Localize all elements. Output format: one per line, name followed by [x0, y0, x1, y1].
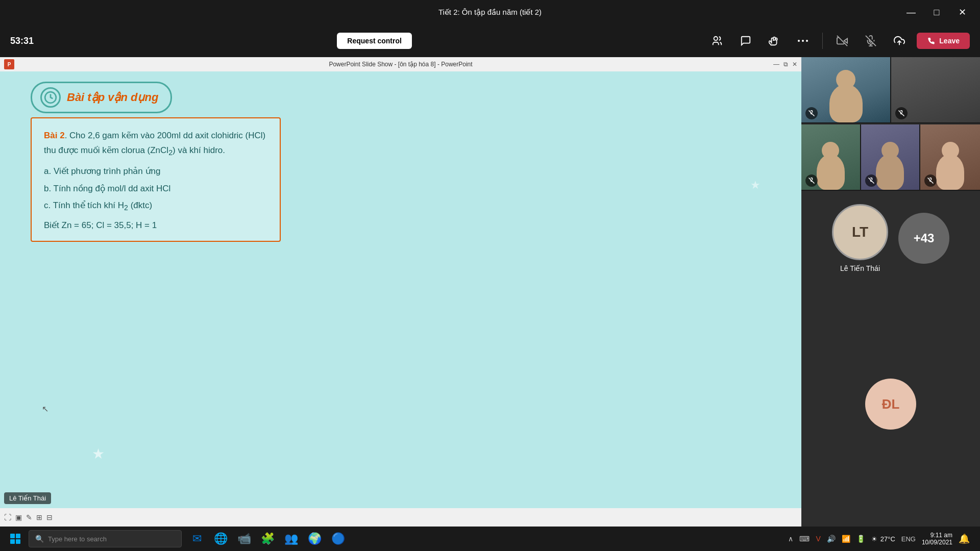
tray-volume-icon[interactable]: 📶 [842, 535, 850, 543]
svg-line-15 [928, 178, 934, 184]
participant-video-5 [920, 124, 980, 190]
participant-video-1 [801, 57, 891, 122]
tray-chevron-icon[interactable]: ∧ [788, 535, 793, 543]
taskbar-date: 10/09/2021 [922, 539, 952, 546]
windows-logo [10, 534, 20, 544]
clock-info: 9:11 am 10/09/2021 [922, 532, 952, 546]
svg-point-3 [806, 40, 808, 42]
given-values: Biết Zn = 65; Cl = 35,5; H = 1 [44, 220, 267, 231]
svg-line-13 [809, 178, 815, 184]
tray-battery-icon[interactable]: 🔋 [856, 535, 865, 543]
window-controls: — □ ✕ [903, 5, 970, 20]
chat-icon[interactable] [737, 32, 755, 50]
mic-muted-icon[interactable] [862, 32, 880, 50]
search-placeholder: Type here to search [48, 535, 107, 543]
maximize-button[interactable]: □ [929, 5, 944, 20]
problem-questions: a. Viết phương trình phản ứng b. Tính nồ… [44, 165, 267, 214]
close-button[interactable]: ✕ [954, 5, 970, 20]
taskbar: 🔍 Type here to search ✉ 🌐 📹 🧩 👥 🌍 🔵 ∧ ⌨ … [0, 527, 980, 551]
slide-close-btn[interactable]: ✕ [792, 61, 797, 68]
share-screen-icon[interactable] [890, 32, 909, 50]
taskbar-edge-app[interactable]: 🌐 [209, 528, 232, 550]
count-extra: +43 [914, 231, 935, 245]
avatar-row-main: LT Lê Tiến Thái +43 [801, 192, 980, 281]
participants-panel: LT Lê Tiến Thái +43 ĐL [801, 57, 980, 527]
mute-indicator-3 [805, 174, 818, 187]
participants-icon[interactable] [708, 32, 726, 50]
leave-label: Leave [939, 37, 960, 45]
mute-indicator-2 [895, 107, 908, 119]
question-c: c. Tính thể tích khí H2 (đktc) [44, 199, 267, 214]
svg-marker-5 [844, 38, 847, 43]
count-avatar: +43 [898, 213, 949, 264]
slideshow-icon-4[interactable]: ⊞ [36, 513, 42, 521]
exercise-badge: Bài tập vận dụng [31, 82, 172, 113]
cursor-indicator: ↖ [42, 404, 48, 414]
leave-button[interactable]: Leave [917, 33, 970, 49]
question-b: b. Tính nồng độ mol/l dd axit HCl [44, 182, 267, 195]
minimize-button[interactable]: — [903, 5, 919, 20]
participant-video-2 [891, 57, 980, 122]
slideshow-icon-2[interactable]: ▣ [15, 513, 22, 521]
slide-bottom-bar: ⛶ ▣ ✎ ⊞ ⊟ [0, 508, 801, 527]
video-top-row [801, 57, 980, 123]
more-options-icon[interactable] [794, 32, 812, 50]
slide-area: P PowerPoint Slide Show - [ôn tập hóa 8]… [0, 57, 801, 527]
raise-hand-icon[interactable] [765, 32, 783, 50]
slide-title-text: PowerPoint Slide Show - [ôn tập hóa 8] -… [329, 61, 472, 68]
search-bar[interactable]: 🔍 Type here to search [29, 530, 182, 547]
slide-restore-btn[interactable]: ⧉ [783, 61, 788, 68]
tray-v-icon[interactable]: V [816, 535, 820, 543]
dl-avatar: ĐL [865, 379, 916, 430]
problem-text: Bài 2. Cho 2,6 gam kẽm vào 200ml dd axit… [44, 129, 267, 159]
powerpoint-icon: P [4, 59, 14, 69]
svg-point-1 [798, 40, 800, 42]
main-content: P PowerPoint Slide Show - [ôn tập hóa 8]… [0, 57, 980, 527]
language-indicator[interactable]: ENG [901, 535, 916, 543]
window-title: Tiết 2: Ôn tập đầu năm (tiết 2) [438, 8, 542, 17]
count-avatar-col: +43 [898, 213, 949, 264]
clock-icon [40, 87, 61, 108]
tray-network-icon[interactable]: 🔊 [827, 535, 836, 543]
svg-line-11 [809, 111, 815, 116]
video-bottom-row [801, 124, 980, 191]
taskbar-teams-app[interactable]: 👥 [280, 528, 302, 550]
taskbar-chrome-app-1[interactable]: 🌍 [303, 528, 326, 550]
camera-muted-icon[interactable] [833, 32, 851, 50]
star-decoration-2: ★ [750, 179, 761, 192]
presenter-label: Lê Tiến Thái [4, 492, 51, 504]
title-bar: Tiết 2: Ôn tập đầu năm (tiết 2) — □ ✕ [0, 0, 980, 24]
svg-line-12 [899, 111, 904, 116]
dl-initials: ĐL [882, 396, 900, 412]
participant-video-3 [801, 124, 861, 190]
weather-icon: ☀ [871, 535, 877, 543]
star-decoration-1: ★ [92, 445, 105, 462]
start-button[interactable] [4, 528, 27, 550]
slide-content: Bài tập vận dụng Bài 2. Cho 2,6 gam kẽm … [0, 71, 801, 508]
slideshow-icon-1[interactable]: ⛶ [4, 513, 11, 521]
slideshow-icon-3[interactable]: ✎ [26, 513, 32, 521]
taskbar-apps: ✉ 🌐 📹 🧩 👥 🌍 🔵 [186, 528, 349, 550]
lt-initials: LT [852, 224, 868, 240]
request-control-button[interactable]: Request control [337, 33, 412, 49]
timer-display: 53:31 [10, 36, 41, 46]
teams-toolbar: 53:31 Request control [0, 24, 980, 57]
svg-point-2 [802, 40, 804, 42]
tray-keyboard-icon[interactable]: ⌨ [799, 535, 810, 543]
exercise-title: Bài tập vận dụng [67, 91, 158, 104]
taskbar-puzzle-app[interactable]: 🧩 [256, 528, 279, 550]
toolbar-icons [708, 32, 909, 50]
slideshow-icon-5[interactable]: ⊟ [46, 513, 53, 521]
mute-indicator-1 [805, 107, 818, 119]
taskbar-zoom-app[interactable]: 📹 [233, 528, 255, 550]
problem-box: Bài 2. Cho 2,6 gam kẽm vào 200ml dd axit… [31, 117, 281, 242]
mute-indicator-4 [865, 174, 877, 187]
slide-minimize-btn[interactable]: — [773, 61, 779, 68]
taskbar-mail-app[interactable]: ✉ [186, 528, 208, 550]
weather-info: ☀ 27°C [871, 535, 895, 543]
lt-avatar-col: LT Lê Tiến Thái [832, 204, 888, 272]
notification-icon[interactable]: 🔔 [959, 533, 970, 544]
svg-line-14 [868, 178, 874, 184]
slide-titlebar: P PowerPoint Slide Show - [ôn tập hóa 8]… [0, 57, 801, 71]
taskbar-chrome-app-2[interactable]: 🔵 [327, 528, 349, 550]
